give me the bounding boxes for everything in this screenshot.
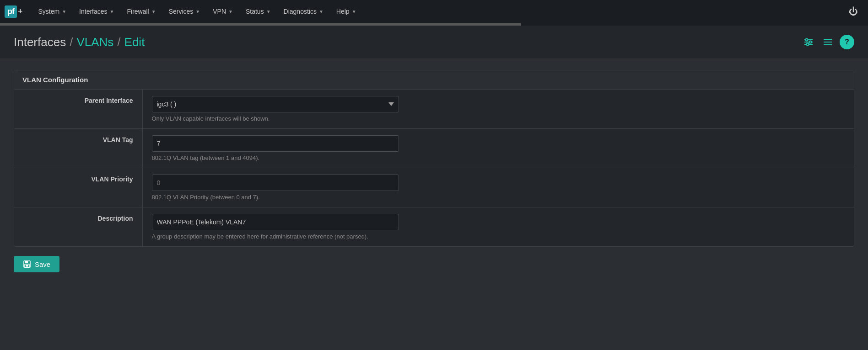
vlan-config-card: VLAN Configuration Parent Interfaceigc3 … bbox=[14, 70, 854, 247]
svg-rect-12 bbox=[26, 265, 28, 267]
save-icon bbox=[23, 260, 31, 268]
settings-sliders-icon[interactable] bbox=[801, 35, 816, 49]
nav-label-diagnostics: Diagnostics bbox=[284, 8, 317, 15]
navbar: pf + System▼Interfaces▼Firewall▼Services… bbox=[0, 0, 868, 23]
nav-caret-diagnostics: ▼ bbox=[319, 9, 323, 14]
nav-label-firewall: Firewall bbox=[127, 8, 149, 15]
breadcrumb-bar: Interfaces / VLANs / Edit ? bbox=[0, 26, 868, 59]
breadcrumb-edit[interactable]: Edit bbox=[124, 35, 145, 49]
nav-scrollbar-thumb bbox=[0, 23, 521, 26]
nav-label-help: Help bbox=[336, 8, 350, 15]
svg-point-1 bbox=[806, 39, 808, 41]
nav-item-interfaces[interactable]: Interfaces▼ bbox=[73, 0, 120, 23]
nav-label-interfaces: Interfaces bbox=[79, 8, 107, 15]
form-row-parent-interface: Parent Interfaceigc3 ( )Only VLAN capabl… bbox=[14, 90, 854, 129]
input-description[interactable] bbox=[152, 214, 399, 230]
label-vlan-priority: VLAN Priority bbox=[14, 168, 142, 207]
value-cell-parent-interface: igc3 ( )Only VLAN capable interfaces wil… bbox=[142, 90, 854, 129]
select-parent-interface[interactable]: igc3 ( ) bbox=[152, 96, 399, 112]
nav-caret-system: ▼ bbox=[62, 9, 66, 14]
save-button-label: Save bbox=[35, 260, 50, 268]
value-cell-vlan-priority: 802.1Q VLAN Priority (between 0 and 7). bbox=[142, 168, 854, 207]
card-title: VLAN Configuration bbox=[14, 70, 854, 90]
breadcrumb-interfaces: Interfaces bbox=[14, 35, 66, 49]
svg-rect-10 bbox=[25, 261, 28, 263]
save-button[interactable]: Save bbox=[14, 256, 59, 272]
breadcrumb-vlans[interactable]: VLANs bbox=[76, 35, 113, 49]
nav-label-services: Services bbox=[169, 8, 194, 15]
breadcrumb-tools: ? bbox=[801, 35, 854, 49]
list-icon[interactable] bbox=[820, 35, 835, 49]
nav-scrollbar bbox=[0, 23, 868, 26]
breadcrumb-sep-2: / bbox=[117, 35, 120, 49]
help-parent-interface: Only VLAN capable interfaces will be sho… bbox=[152, 115, 845, 122]
nav-right: ⏻ bbox=[843, 6, 863, 17]
value-cell-description: A group description may be entered here … bbox=[142, 207, 854, 247]
breadcrumb-sep-1: / bbox=[70, 35, 73, 49]
input-vlan-priority[interactable] bbox=[152, 175, 399, 191]
help-description: A group description may be entered here … bbox=[152, 233, 845, 240]
nav-item-firewall[interactable]: Firewall▼ bbox=[121, 0, 162, 23]
help-vlan-tag: 802.1Q VLAN tag (between 1 and 4094). bbox=[152, 154, 845, 161]
nav-label-vpn: VPN bbox=[213, 8, 226, 15]
logo-text: pf bbox=[5, 5, 17, 18]
label-description: Description bbox=[14, 207, 142, 247]
value-cell-vlan-tag: 802.1Q VLAN tag (between 1 and 4094). bbox=[142, 129, 854, 168]
nav-caret-interfaces: ▼ bbox=[110, 9, 114, 14]
help-icon[interactable]: ? bbox=[840, 35, 854, 49]
form-table: Parent Interfaceigc3 ( )Only VLAN capabl… bbox=[14, 90, 854, 246]
nav-caret-status: ▼ bbox=[266, 9, 271, 14]
svg-point-3 bbox=[809, 41, 812, 43]
label-parent-interface: Parent Interface bbox=[14, 90, 142, 129]
nav-item-status[interactable]: Status▼ bbox=[239, 0, 277, 23]
input-vlan-tag[interactable] bbox=[152, 135, 399, 152]
nav-caret-firewall: ▼ bbox=[151, 9, 156, 14]
nav-label-status: Status bbox=[246, 8, 264, 15]
form-row-vlan-tag: VLAN Tag802.1Q VLAN tag (between 1 and 4… bbox=[14, 129, 854, 168]
nav-caret-services: ▼ bbox=[195, 9, 200, 14]
breadcrumb: Interfaces / VLANs / Edit bbox=[14, 35, 145, 49]
nav-items: System▼Interfaces▼Firewall▼Services▼VPN▼… bbox=[32, 0, 843, 23]
label-vlan-tag: VLAN Tag bbox=[14, 129, 142, 168]
nav-item-help[interactable]: Help▼ bbox=[330, 0, 363, 23]
svg-point-5 bbox=[807, 43, 809, 46]
logout-icon[interactable]: ⏻ bbox=[843, 6, 863, 17]
nav-caret-vpn: ▼ bbox=[228, 9, 233, 14]
nav-item-services[interactable]: Services▼ bbox=[162, 0, 207, 23]
nav-item-system[interactable]: System▼ bbox=[32, 0, 73, 23]
nav-item-diagnostics[interactable]: Diagnostics▼ bbox=[277, 0, 330, 23]
main-content: VLAN Configuration Parent Interfaceigc3 … bbox=[0, 59, 868, 283]
form-row-description: DescriptionA group description may be en… bbox=[14, 207, 854, 247]
nav-item-vpn[interactable]: VPN▼ bbox=[206, 0, 239, 23]
nav-label-system: System bbox=[38, 8, 60, 15]
nav-caret-help: ▼ bbox=[352, 9, 356, 14]
help-vlan-priority: 802.1Q VLAN Priority (between 0 and 7). bbox=[152, 194, 845, 201]
form-row-vlan-priority: VLAN Priority802.1Q VLAN Priority (betwe… bbox=[14, 168, 854, 207]
logo-plus: + bbox=[18, 7, 23, 16]
logo[interactable]: pf + bbox=[5, 5, 23, 18]
